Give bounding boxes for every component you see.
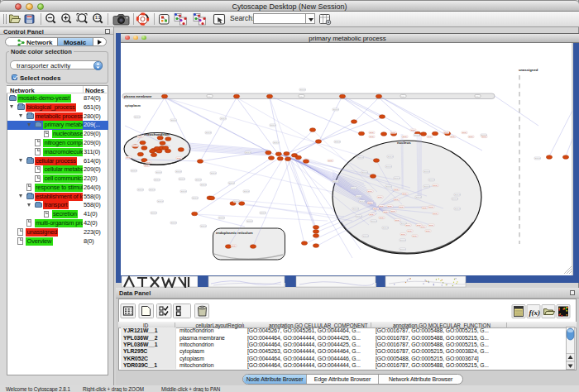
svg-text:Gen1: Gen1 [408, 230, 413, 232]
svg-text:Gen1: Gen1 [469, 136, 474, 137]
svg-text:Gen-1: Gen-1 [246, 151, 251, 153]
svg-text:Gen-1: Gen-1 [219, 217, 225, 218]
svg-text:Gen1: Gen1 [368, 202, 373, 203]
svg-text:Gen-1: Gen-1 [138, 189, 144, 190]
svg-text:Gen1: Gen1 [423, 207, 428, 208]
svg-text:Gen1: Gen1 [384, 211, 389, 213]
svg-text:Gen1: Gen1 [429, 224, 434, 226]
svg-text:Gen-1: Gen-1 [196, 179, 202, 180]
svg-text:Gen-1: Gen-1 [179, 178, 185, 179]
svg-text:Gen1: Gen1 [421, 226, 426, 227]
svg-text:Gen-1: Gen-1 [221, 117, 227, 119]
svg-text:Gen-1: Gen-1 [363, 235, 369, 237]
svg-text:Gen-1: Gen-1 [333, 180, 339, 182]
svg-text:Gen-1: Gen-1 [386, 165, 392, 167]
svg-text:Gen1: Gen1 [391, 131, 396, 133]
svg-text:Gen-1: Gen-1 [452, 198, 458, 199]
svg-text:|--|: |--| [208, 95, 210, 97]
svg-text:cytoplasm: cytoplasm [125, 104, 141, 108]
svg-text:endoplasmic reticulum: endoplasmic reticulum [216, 231, 253, 235]
svg-text:Gen-1: Gen-1 [229, 182, 235, 184]
svg-text:Gen1: Gen1 [400, 206, 404, 208]
svg-text:Gen1: Gen1 [406, 224, 411, 226]
svg-text:f(x): f(x) [529, 308, 541, 316]
svg-text:Gen-1: Gen-1 [424, 185, 430, 187]
svg-text:Gen-1: Gen-1 [535, 157, 541, 159]
svg-text:Gen-1: Gen-1 [201, 184, 207, 185]
svg-text:1:1: 1:1 [95, 16, 101, 20]
svg-text:Gen1: Gen1 [444, 131, 449, 133]
svg-text:Gen-1: Gen-1 [335, 141, 341, 142]
svg-text:|--|: |--| [401, 95, 404, 97]
svg-text:Gen-1: Gen-1 [132, 170, 137, 171]
svg-text:Gen-1: Gen-1 [455, 194, 461, 195]
svg-text:Gen1: Gen1 [395, 189, 400, 190]
svg-text:Gen-1: Gen-1 [201, 225, 207, 227]
svg-text:Gen1: Gen1 [403, 136, 408, 137]
svg-text:Gen1: Gen1 [413, 235, 418, 237]
svg-text:Gen-1: Gen-1 [274, 141, 280, 143]
svg-text:Gen-1: Gen-1 [358, 156, 364, 158]
svg-text:Gen-1: Gen-1 [181, 190, 187, 192]
svg-text:Gen-1: Gen-1 [333, 108, 339, 110]
svg-text:Gen1: Gen1 [138, 136, 143, 137]
svg-text:Gen1: Gen1 [370, 136, 375, 137]
svg-text:Gen-1: Gen-1 [414, 134, 420, 136]
svg-text:Gen-1: Gen-1 [400, 248, 406, 250]
svg-text:Gen1: Gen1 [232, 245, 237, 246]
svg-text:Gen-1: Gen-1 [362, 171, 368, 173]
svg-text:Gen-1: Gen-1 [156, 171, 162, 173]
svg-text:Gen-1: Gen-1 [429, 179, 435, 180]
svg-text:Gen-1: Gen-1 [388, 155, 394, 157]
svg-text:Gen1: Gen1 [451, 136, 456, 137]
svg-text:Gen1: Gen1 [428, 136, 433, 137]
svg-text:Gen-1: Gen-1 [150, 189, 156, 190]
svg-text:Gen-1: Gen-1 [416, 196, 422, 198]
svg-text:Gen-1: Gen-1 [395, 177, 400, 179]
svg-text:Gen-1: Gen-1 [176, 170, 182, 172]
svg-text:Gen-1: Gen-1 [400, 239, 406, 241]
svg-text:plasma membrane: plasma membrane [124, 95, 151, 98]
svg-text:Gen-1: Gen-1 [171, 222, 177, 223]
svg-text:Gen-1: Gen-1 [386, 185, 392, 187]
svg-text:Gen1: Gen1 [374, 208, 379, 209]
svg-text:|--|: |--| [476, 95, 478, 97]
svg-text:Gen-1: Gen-1 [244, 190, 250, 192]
svg-text:Gen1: Gen1 [401, 233, 406, 235]
svg-text:Gen-1: Gen-1 [371, 220, 377, 222]
svg-text:Gen-1: Gen-1 [206, 131, 212, 133]
svg-text:Gen1: Gen1 [433, 213, 438, 214]
svg-text:Gen-1: Gen-1 [356, 195, 362, 197]
svg-text:Gen1: Gen1 [482, 136, 487, 137]
svg-text:Gen-1: Gen-1 [383, 227, 389, 228]
svg-text:Gen1: Gen1 [462, 131, 467, 133]
svg-text:Gen1: Gen1 [328, 160, 333, 161]
svg-text:Gen1: Gen1 [433, 184, 438, 186]
svg-text:Gen-1: Gen-1 [455, 208, 461, 209]
svg-text:Gen1: Gen1 [411, 129, 416, 131]
svg-text:Gen1: Gen1 [429, 206, 434, 208]
svg-text:Gen1: Gen1 [380, 217, 385, 218]
svg-text:Gen1: Gen1 [145, 165, 150, 166]
svg-text:Gen-1: Gen-1 [247, 220, 253, 222]
svg-text:Gen-1: Gen-1 [211, 172, 217, 174]
svg-text:Gen-1: Gen-1 [352, 187, 357, 189]
svg-text:mitochondrion: mitochondrion [144, 132, 170, 136]
svg-text:Gen-1: Gen-1 [360, 200, 366, 202]
svg-text:nucleus: nucleus [397, 141, 411, 145]
svg-text:Gen1: Gen1 [177, 157, 182, 159]
svg-text:Gen1: Gen1 [146, 161, 151, 163]
svg-text:Gen1: Gen1 [370, 131, 375, 133]
svg-text:Gen-1: Gen-1 [353, 208, 359, 209]
svg-text:Gen1: Gen1 [388, 205, 393, 207]
svg-text:Gen-1: Gen-1 [234, 200, 240, 202]
svg-text:Gen1: Gen1 [395, 219, 400, 221]
svg-text:Gen-1: Gen-1 [300, 88, 306, 90]
svg-text:Gen-1: Gen-1 [151, 212, 157, 213]
svg-text:Gen1: Gen1 [395, 198, 400, 200]
svg-text:Gen1: Gen1 [380, 205, 385, 207]
svg-text:Gen-1: Gen-1 [193, 197, 199, 198]
svg-text:Gen1: Gen1 [403, 193, 408, 194]
svg-text:Gen1: Gen1 [368, 190, 373, 192]
svg-text:Gen-1: Gen-1 [155, 179, 160, 180]
